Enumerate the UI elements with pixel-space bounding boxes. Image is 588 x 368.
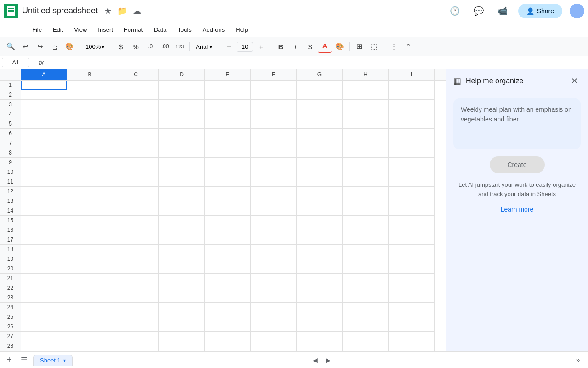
row-number[interactable]: 22	[0, 283, 21, 293]
h-scrollbar[interactable]	[0, 351, 446, 351]
cell[interactable]	[113, 341, 159, 351]
cell[interactable]	[251, 245, 297, 254]
cell[interactable]	[297, 119, 343, 129]
cell[interactable]	[389, 322, 435, 332]
font-family-select[interactable]: Arial ▾	[192, 42, 216, 52]
cell[interactable]	[343, 264, 389, 274]
cell[interactable]	[21, 148, 67, 158]
cell[interactable]	[251, 216, 297, 225]
row-number[interactable]: 11	[0, 177, 21, 187]
text-color-button[interactable]: A	[318, 40, 332, 53]
cell[interactable]	[251, 322, 297, 332]
cell[interactable]	[297, 206, 343, 216]
cell[interactable]	[159, 138, 205, 148]
cell[interactable]	[67, 312, 113, 322]
cell[interactable]	[205, 80, 251, 90]
cell[interactable]	[159, 283, 205, 293]
font-size-decrease-button[interactable]: −	[222, 40, 236, 53]
cell[interactable]	[113, 235, 159, 245]
menu-format[interactable]: Format	[119, 24, 147, 35]
cell[interactable]	[21, 177, 67, 187]
cell[interactable]	[251, 254, 297, 264]
row-number[interactable]: 3	[0, 100, 21, 109]
cell[interactable]	[159, 274, 205, 283]
cell[interactable]	[343, 332, 389, 341]
cell[interactable]	[297, 148, 343, 158]
cell[interactable]	[343, 119, 389, 129]
cell[interactable]	[205, 138, 251, 148]
cell[interactable]	[205, 341, 251, 351]
cell[interactable]	[251, 235, 297, 245]
grid-scroll[interactable]: 1234567891011121314151617181920212223242…	[0, 80, 446, 351]
avatar[interactable]	[570, 4, 584, 18]
row-number[interactable]: 26	[0, 322, 21, 332]
cell[interactable]	[205, 148, 251, 158]
cell[interactable]	[205, 177, 251, 187]
increase-decimal-button[interactable]: .00	[158, 40, 172, 53]
row-number[interactable]: 17	[0, 235, 21, 245]
font-size-box[interactable]: 10	[237, 42, 253, 52]
cloud-icon[interactable]: ☁	[133, 6, 141, 16]
cell[interactable]	[21, 225, 67, 235]
video-icon[interactable]: 📹	[494, 3, 511, 19]
cell[interactable]	[205, 206, 251, 216]
cell[interactable]	[389, 254, 435, 264]
cell[interactable]	[343, 158, 389, 167]
cell[interactable]	[159, 109, 205, 119]
cell[interactable]	[389, 225, 435, 235]
cell[interactable]	[205, 119, 251, 129]
cell[interactable]	[21, 245, 67, 254]
cell[interactable]	[389, 274, 435, 283]
cell[interactable]	[159, 187, 205, 196]
cell[interactable]	[159, 206, 205, 216]
font-size-increase-button[interactable]: +	[254, 40, 268, 53]
format-number-button[interactable]: 123	[173, 40, 187, 53]
cell[interactable]	[297, 187, 343, 196]
cell[interactable]	[343, 177, 389, 187]
cell[interactable]	[389, 196, 435, 206]
cell[interactable]	[159, 332, 205, 341]
cell[interactable]	[343, 245, 389, 254]
cell[interactable]	[389, 332, 435, 341]
fill-color-button[interactable]: 🎨	[333, 40, 346, 53]
cell[interactable]	[67, 119, 113, 129]
cell[interactable]	[389, 312, 435, 322]
cell[interactable]	[113, 312, 159, 322]
cell[interactable]	[67, 341, 113, 351]
cell[interactable]	[389, 235, 435, 245]
cell[interactable]	[251, 109, 297, 119]
row-number[interactable]: 18	[0, 245, 21, 254]
cell[interactable]	[159, 254, 205, 264]
row-number[interactable]: 2	[0, 90, 21, 100]
cell[interactable]	[67, 274, 113, 283]
cell[interactable]	[113, 216, 159, 225]
cell[interactable]	[343, 187, 389, 196]
cell[interactable]	[251, 341, 297, 351]
row-number[interactable]: 4	[0, 109, 21, 119]
cell[interactable]	[113, 100, 159, 109]
cell[interactable]	[113, 225, 159, 235]
cell[interactable]	[67, 158, 113, 167]
cell[interactable]	[113, 129, 159, 138]
cell[interactable]	[159, 264, 205, 274]
cell[interactable]	[113, 148, 159, 158]
cell[interactable]	[389, 283, 435, 293]
cell[interactable]	[159, 216, 205, 225]
cell[interactable]	[251, 206, 297, 216]
cell[interactable]	[113, 322, 159, 332]
row-number[interactable]: 13	[0, 196, 21, 206]
cell[interactable]	[343, 129, 389, 138]
cell[interactable]	[205, 332, 251, 341]
cell[interactable]	[389, 216, 435, 225]
cell[interactable]	[67, 187, 113, 196]
cell[interactable]	[389, 303, 435, 312]
cell[interactable]	[389, 341, 435, 351]
cell[interactable]	[21, 303, 67, 312]
row-number[interactable]: 12	[0, 187, 21, 196]
row-number[interactable]: 20	[0, 264, 21, 274]
cell[interactable]	[343, 254, 389, 264]
cell[interactable]	[343, 138, 389, 148]
merge-button[interactable]: ⬚	[367, 40, 381, 53]
row-number[interactable]: 15	[0, 216, 21, 225]
cell[interactable]	[21, 332, 67, 341]
